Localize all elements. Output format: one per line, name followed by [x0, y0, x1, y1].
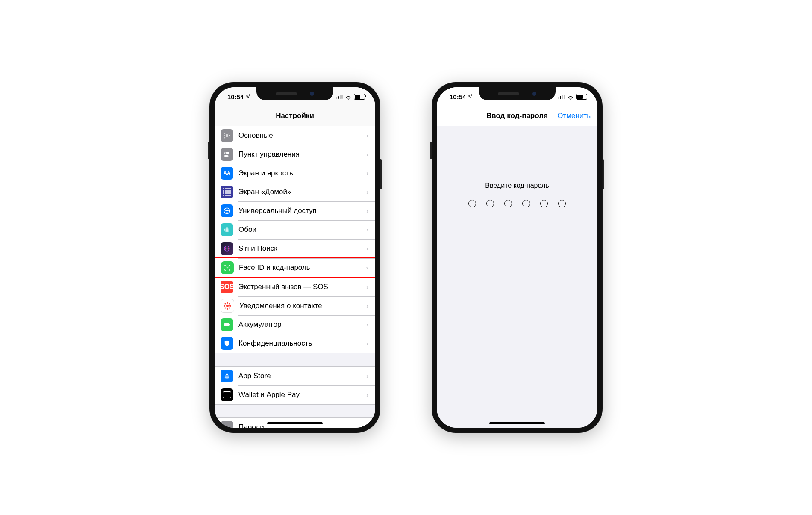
- page-title: Настройки: [276, 112, 314, 120]
- general-icon: [221, 129, 233, 142]
- home-indicator[interactable]: [267, 422, 323, 424]
- settings-group-1: Основные›Пункт управления›AAЭкран и ярко…: [215, 126, 375, 353]
- settings-row-label: Wallet и Apple Pay: [238, 391, 366, 399]
- nav-header-settings: Настройки: [215, 106, 375, 126]
- notch: [479, 87, 556, 100]
- passwords-icon: [221, 421, 233, 428]
- cellular-signal-icon: [336, 95, 343, 99]
- settings-scroll[interactable]: Основные›Пункт управления›AAЭкран и ярко…: [215, 126, 375, 428]
- svg-rect-14: [224, 323, 229, 326]
- passcode-prompt: Введите код-пароль: [485, 182, 549, 189]
- settings-row-label: Уведомления о контакте: [239, 302, 366, 310]
- chevron-right-icon: ›: [366, 207, 368, 214]
- passcode-dot: [486, 200, 494, 207]
- chevron-right-icon: ›: [366, 391, 368, 398]
- chevron-right-icon: ›: [366, 189, 368, 195]
- settings-row-label: Основные: [238, 131, 366, 140]
- svg-point-11: [227, 248, 228, 249]
- phone-settings: 10:54 Настройки: [209, 82, 380, 433]
- svg-point-8: [227, 229, 228, 231]
- settings-row-display[interactable]: AAЭкран и яркость›: [215, 164, 375, 183]
- passcode-dots[interactable]: [468, 200, 566, 207]
- svg-point-0: [226, 135, 228, 137]
- settings-row-label: App Store: [238, 372, 366, 380]
- settings-row-sos[interactable]: SOSЭкстренный вызов — SOS›: [215, 278, 375, 296]
- chevron-right-icon: ›: [366, 321, 368, 328]
- settings-row-battery[interactable]: Аккумулятор›: [215, 315, 375, 334]
- chevron-right-icon: ›: [366, 340, 368, 347]
- control-icon: [221, 148, 233, 161]
- passcode-dot: [504, 200, 512, 207]
- phones-container: 10:54 Настройки: [209, 82, 603, 433]
- chevron-right-icon: ›: [366, 151, 368, 158]
- exposure-icon: [221, 299, 234, 313]
- sos-icon: SOS: [221, 281, 233, 293]
- status-time: 10:54: [450, 93, 466, 101]
- settings-row-privacy[interactable]: Конфиденциальность›: [215, 334, 375, 353]
- settings-row-label: Siri и Поиск: [238, 244, 366, 253]
- settings-row-label: Аккумулятор: [238, 320, 366, 329]
- chevron-right-icon: ›: [366, 245, 368, 252]
- settings-row-siri[interactable]: Siri и Поиск›: [215, 239, 375, 258]
- settings-row-wallpaper[interactable]: Обои›: [215, 220, 375, 239]
- siri-icon: [221, 242, 233, 255]
- settings-row-label: Экран «Домой»: [238, 188, 366, 196]
- access-icon: [221, 204, 233, 217]
- cancel-button[interactable]: Отменить: [557, 112, 591, 120]
- battery-icon: [576, 94, 587, 100]
- passcode-area: Введите код-пароль: [437, 126, 597, 428]
- svg-point-12: [226, 267, 227, 268]
- battery-icon: [221, 318, 233, 331]
- settings-row-home[interactable]: Экран «Домой»›: [215, 183, 375, 201]
- settings-row-label: Обои: [238, 225, 366, 234]
- appstore-icon: [221, 370, 233, 382]
- svg-point-16: [224, 426, 227, 428]
- wifi-icon: [567, 94, 574, 99]
- svg-point-13: [228, 267, 229, 268]
- cellular-signal-icon: [558, 95, 565, 99]
- settings-row-label: Конфиденциальность: [238, 339, 366, 348]
- chevron-right-icon: ›: [366, 132, 368, 139]
- page-title: Ввод код-пароля: [486, 112, 548, 120]
- notch: [256, 87, 333, 100]
- chevron-right-icon: ›: [366, 424, 368, 428]
- settings-row-appstore[interactable]: App Store›: [215, 367, 375, 385]
- settings-row-wallet[interactable]: Wallet и Apple Pay›: [215, 385, 375, 404]
- wifi-icon: [345, 94, 352, 99]
- settings-row-control[interactable]: Пункт управления›: [215, 145, 375, 164]
- passcode-dot: [468, 200, 476, 207]
- settings-row-general[interactable]: Основные›: [215, 126, 375, 145]
- settings-row-exposure[interactable]: Уведомления о контакте›: [215, 296, 375, 315]
- screen-settings: 10:54 Настройки: [215, 87, 375, 428]
- privacy-icon: [221, 337, 233, 350]
- passcode-dot: [540, 200, 548, 207]
- settings-row-label: Пункт управления: [238, 150, 366, 159]
- chevron-right-icon: ›: [366, 302, 368, 309]
- home-icon: [221, 186, 233, 198]
- settings-row-label: Экстренный вызов — SOS: [238, 283, 366, 291]
- svg-point-6: [227, 209, 227, 210]
- svg-point-4: [228, 155, 229, 157]
- screen-passcode: 10:54 Ввод код-пароля Отме: [437, 87, 597, 428]
- chevron-right-icon: ›: [366, 170, 368, 177]
- home-indicator[interactable]: [489, 422, 545, 424]
- location-icon: [245, 94, 250, 100]
- nav-header-passcode: Ввод код-пароля Отменить: [437, 106, 597, 126]
- chevron-right-icon: ›: [366, 373, 368, 379]
- settings-row-access[interactable]: Универсальный доступ›: [215, 201, 375, 220]
- settings-row-label: Face ID и код-пароль: [239, 263, 366, 272]
- settings-group-2: App Store›Wallet и Apple Pay›: [215, 366, 375, 405]
- settings-row-label: Экран и яркость: [238, 169, 366, 178]
- location-icon: [468, 94, 473, 100]
- svg-rect-15: [229, 324, 230, 326]
- settings-row-faceid[interactable]: Face ID и код-пароль›: [215, 257, 375, 278]
- passcode-dot: [522, 200, 530, 207]
- battery-icon: [354, 94, 365, 100]
- chevron-right-icon: ›: [366, 264, 368, 271]
- status-time: 10:54: [227, 93, 244, 101]
- display-icon: AA: [221, 167, 233, 180]
- svg-point-3: [225, 152, 227, 154]
- passcode-dot: [558, 200, 566, 207]
- wallpaper-icon: [221, 223, 233, 236]
- chevron-right-icon: ›: [366, 226, 368, 233]
